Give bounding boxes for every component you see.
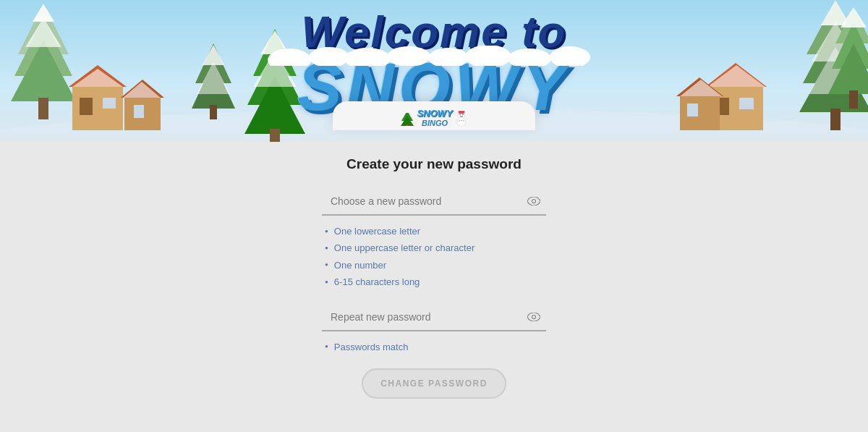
svg-point-63 [459,114,461,115]
change-password-button[interactable]: CHANGE PASSWORD [362,368,506,399]
req-length: 6-15 characters long [325,274,546,290]
svg-rect-29 [687,103,698,117]
password-requirements: One lowercase letter One uppercase lette… [325,223,546,291]
logo-bingo-label: BINGO [422,119,448,127]
password-toggle-icon[interactable] [527,195,540,208]
snowman-icon [456,110,467,126]
svg-point-70 [532,200,536,203]
form-title: Create your new password [322,156,546,172]
req-match: Passwords match [325,339,546,355]
repeat-password-input-group [322,304,546,331]
repeat-password-toggle-icon[interactable] [527,311,540,324]
svg-rect-34 [830,109,841,130]
svg-rect-19 [210,105,217,119]
repeat-requirements: Passwords match [325,339,546,355]
password-input-group [322,188,546,216]
svg-point-71 [532,315,536,318]
svg-point-64 [462,114,464,115]
svg-rect-10 [80,98,93,115]
tree-icon [401,110,414,126]
form-panel: Create your new password One lowercase l… [0,142,868,432]
password-input[interactable] [322,188,546,216]
svg-rect-66 [458,111,464,113]
svg-point-60 [405,110,409,113]
svg-rect-5 [38,98,48,119]
req-number: One number [325,257,546,274]
form-inner: Create your new password One lowercase l… [322,156,546,399]
logo-card: SNOWY BINGO [333,101,535,130]
req-lowercase: One lowercase letter [325,223,546,240]
repeat-password-input[interactable] [322,304,546,331]
svg-point-69 [463,120,464,121]
svg-rect-11 [103,98,116,109]
svg-rect-15 [134,105,144,118]
svg-rect-59 [406,124,409,126]
req-uppercase: One uppercase letter or character [325,240,546,256]
svg-rect-27 [680,96,720,130]
svg-point-68 [461,120,461,121]
svg-point-62 [457,117,466,126]
svg-point-67 [459,120,459,121]
logo-snowy-label: SNOWY [417,109,452,119]
svg-rect-25 [739,98,754,109]
svg-rect-41 [849,90,858,109]
logo-area: SNOWY BINGO [401,109,467,127]
